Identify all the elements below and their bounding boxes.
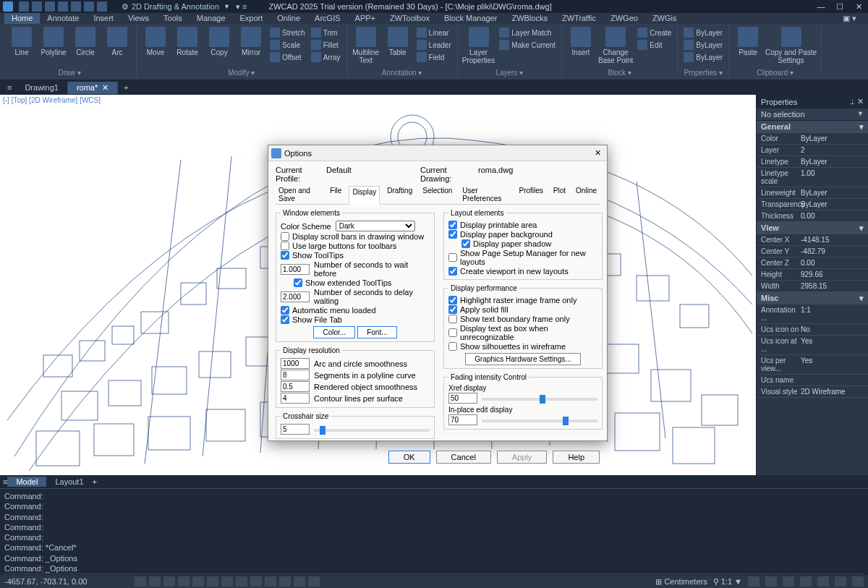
ribbon-tab-zwgis[interactable]: ZWGis xyxy=(645,13,684,24)
props-row[interactable]: ColorByLayer xyxy=(757,133,868,145)
ribbon-layer-match[interactable]: Layer Match xyxy=(498,27,557,38)
ribbon-multiline-text[interactable]: MultilineText xyxy=(352,27,380,64)
sr5-icon[interactable] xyxy=(817,576,829,587)
selection-filter[interactable]: No selection▼ xyxy=(757,108,868,121)
paper-bg-checkbox[interactable]: Display paper background xyxy=(448,230,597,239)
ribbon-copy-and-paste-settings[interactable]: Copy and PasteSettings xyxy=(765,27,817,64)
paper-shadow-checkbox[interactable]: Display paper shadow xyxy=(461,239,597,248)
annotation-scale[interactable]: ⚲ 1:1 ▼ xyxy=(713,577,742,587)
props-row[interactable]: Width2958.15 xyxy=(757,281,868,292)
sr4-icon[interactable] xyxy=(800,576,812,587)
apply-button[interactable]: Apply xyxy=(497,451,548,464)
font-button[interactable]: Font... xyxy=(357,326,396,338)
ribbon-bylayer[interactable]: ByLayer xyxy=(682,51,724,63)
ribbon-table[interactable]: Table xyxy=(383,27,412,56)
snap-icon[interactable] xyxy=(149,576,161,587)
raster-frame-checkbox[interactable]: Highlight raster image frame only xyxy=(448,296,597,304)
ribbon-change-base-point[interactable]: ChangeBase Point xyxy=(598,27,633,64)
fullscreen-icon[interactable] xyxy=(852,576,864,587)
sr6-icon[interactable] xyxy=(835,576,846,587)
props-row[interactable]: Ucs icon onNo xyxy=(757,324,868,336)
props-row[interactable]: Center Y-482.79 xyxy=(757,246,868,257)
ribbon-tab-zwblocks[interactable]: ZWBlocks xyxy=(504,13,555,24)
grid-icon[interactable] xyxy=(135,576,146,587)
command-window[interactable]: Command:Command:Command:Command:Command:… xyxy=(0,488,868,575)
ext-tooltip-delay-input[interactable] xyxy=(281,291,310,302)
qat-print-icon[interactable] xyxy=(71,1,81,12)
ribbon-tab-zwgeo[interactable]: ZWGeo xyxy=(603,13,645,24)
hamburger-icon[interactable]: ≡ xyxy=(3,83,16,92)
ribbon-tab-insert[interactable]: Insert xyxy=(86,13,121,24)
ribbon-make-current[interactable]: Make Current xyxy=(498,39,557,51)
dyn-icon[interactable] xyxy=(236,576,247,587)
tooltip-delay-input[interactable] xyxy=(281,264,310,275)
ribbon-collapse-icon[interactable]: ▣ ▾ xyxy=(835,13,864,24)
options-tab-file[interactable]: File xyxy=(327,185,344,204)
props-row[interactable]: Annotation ...1:1 xyxy=(757,304,868,324)
props-row[interactable]: Center X-4148.15 xyxy=(757,234,868,246)
ribbon-fillet[interactable]: Fillet xyxy=(310,39,342,51)
ribbon-edit[interactable]: Edit xyxy=(636,39,673,51)
silhouettes-checkbox[interactable]: Show silhouettes in wireframe xyxy=(448,342,597,351)
qat-saveas-icon[interactable] xyxy=(58,1,68,12)
ribbon-insert[interactable]: Insert xyxy=(566,27,595,56)
xref-fade-slider[interactable] xyxy=(482,398,597,401)
large-buttons-checkbox[interactable]: Use large buttons for toolbars xyxy=(281,242,430,250)
ribbon-polyline[interactable]: Polyline xyxy=(39,27,68,56)
units-display[interactable]: ⊞ Centimeters xyxy=(655,577,707,587)
inplace-fade-slider[interactable] xyxy=(482,419,597,422)
command-input[interactable]: | xyxy=(4,574,864,575)
props-row[interactable]: Linetype scale1.00 xyxy=(757,168,868,187)
props-row[interactable]: LineweightByLayer xyxy=(757,187,868,199)
options-tab-profiles[interactable]: Profiles xyxy=(516,185,546,204)
ribbon-paste[interactable]: Paste xyxy=(733,27,762,56)
graphics-settings-button[interactable]: Graphics Hardware Settings... xyxy=(465,353,580,365)
ribbon-bylayer[interactable]: ByLayer xyxy=(682,39,724,51)
layout-tab-layout1[interactable]: Layout1 xyxy=(46,477,92,487)
ribbon-circle[interactable]: Circle xyxy=(71,27,100,56)
options-tab-online[interactable]: Online xyxy=(573,185,600,204)
props-row[interactable]: Center Z0.00 xyxy=(757,257,868,269)
tooltips-checkbox[interactable]: Show ToolTips xyxy=(281,251,430,260)
options-tab-open-and-save[interactable]: Open and Save xyxy=(276,185,323,204)
ribbon-stretch[interactable]: Stretch xyxy=(268,27,307,38)
qat-save-icon[interactable] xyxy=(45,1,55,12)
ok-button[interactable]: OK xyxy=(388,451,430,464)
ribbon-tab-tools[interactable]: Tools xyxy=(156,13,190,24)
s1-icon[interactable] xyxy=(279,576,291,587)
options-tab-drafting[interactable]: Drafting xyxy=(384,185,415,204)
props-row[interactable]: LinetypeByLayer xyxy=(757,156,868,168)
ribbon-tab-online[interactable]: Online xyxy=(270,13,307,24)
options-tab-display[interactable]: Display xyxy=(349,186,380,205)
maximize-button[interactable]: ☐ xyxy=(833,2,846,12)
ribbon-copy[interactable]: Copy xyxy=(205,27,234,56)
ribbon-trim[interactable]: Trim xyxy=(310,27,342,38)
ribbon-tab-views[interactable]: Views xyxy=(121,13,156,24)
props-row[interactable]: Ucs icon at ...Yes xyxy=(757,336,868,355)
osnap-icon[interactable] xyxy=(192,576,204,587)
ribbon-offset[interactable]: Offset xyxy=(268,51,307,63)
ribbon-field[interactable]: Field xyxy=(415,51,453,63)
ribbon-line[interactable]: Line xyxy=(7,27,36,56)
polyline-segments-input[interactable] xyxy=(281,370,310,380)
create-viewport-checkbox[interactable]: Create viewport in new layouts xyxy=(448,267,597,276)
crosshair-slider[interactable] xyxy=(314,429,430,432)
ribbon-tab-app+[interactable]: APP+ xyxy=(348,13,383,24)
ribbon-tab-zwtraffic[interactable]: ZWTraffic xyxy=(555,13,603,24)
sr3-icon[interactable] xyxy=(783,576,794,587)
crosshair-size-input[interactable] xyxy=(281,424,310,435)
ribbon-leader[interactable]: Leader xyxy=(415,39,453,51)
page-setup-checkbox[interactable]: Show Page Setup Manager for new layouts xyxy=(448,249,597,266)
ribbon-move[interactable]: Move xyxy=(141,27,170,56)
dialog-titlebar[interactable]: Options ✕ xyxy=(268,145,607,161)
ribbon-scale[interactable]: Scale xyxy=(268,39,307,51)
ribbon-tab-export[interactable]: Export xyxy=(233,13,271,24)
solid-fill-checkbox[interactable]: Apply solid fill xyxy=(448,305,597,314)
text-box-checkbox[interactable]: Display text as box when unrecognizable xyxy=(448,324,597,341)
ribbon-linear[interactable]: Linear xyxy=(415,27,453,38)
props-row[interactable]: Ucs per view...Yes xyxy=(757,355,868,375)
ribbon-bylayer[interactable]: ByLayer xyxy=(682,27,724,38)
qat-redo-icon[interactable] xyxy=(97,1,107,12)
auto-menu-checkbox[interactable]: Automatic menu loaded xyxy=(281,306,430,315)
color-button[interactable]: Color... xyxy=(313,326,355,338)
